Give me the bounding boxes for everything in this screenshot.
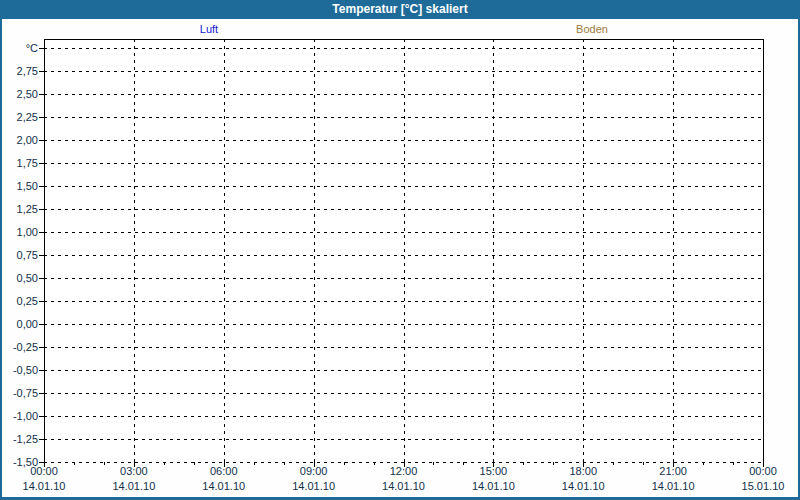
y-axis-tick-label: 0,75: [2, 249, 38, 261]
y-axis-tick-label: 1,00: [2, 226, 38, 238]
x-axis-time-label: 21:00: [637, 465, 709, 477]
x-axis-time-label: 06:00: [188, 465, 260, 477]
y-axis-tick-label: 2,00: [2, 134, 38, 146]
y-axis-tick-label: 1,25: [2, 203, 38, 215]
x-axis-time-label: 12:00: [368, 465, 440, 477]
x-axis-time-label: 00:00: [727, 465, 799, 477]
x-axis-date-label: 14.01.10: [547, 480, 619, 492]
x-axis-date-label: 14.01.10: [637, 480, 709, 492]
y-axis-tick-label: 0,00: [2, 318, 38, 330]
plot-background: [44, 39, 763, 462]
x-axis-date-label: 15.01.10: [727, 480, 799, 492]
y-axis-tick-label: 0,25: [2, 295, 38, 307]
y-axis-tick-label: -0,50: [2, 364, 38, 376]
y-axis-tick-label: -0,25: [2, 341, 38, 353]
y-axis-tick-label: 1,75: [2, 157, 38, 169]
y-axis-tick-label: -1,25: [2, 433, 38, 445]
y-axis-tick-label: 2,25: [2, 111, 38, 123]
y-axis-tick-label: 2,50: [2, 88, 38, 100]
x-axis-time-label: 03:00: [98, 465, 170, 477]
x-axis-time-label: 09:00: [278, 465, 350, 477]
x-axis-date-label: 14.01.10: [98, 480, 170, 492]
y-axis-tick-label: -0,75: [2, 387, 38, 399]
temperature-chart-plot-area: [2, 0, 798, 497]
x-axis-date-label: 14.01.10: [368, 480, 440, 492]
x-axis-date-label: 14.01.10: [188, 480, 260, 492]
y-axis-unit-label: °C: [2, 42, 38, 54]
app-window: Temperatur [°C] skaliert Luft Boden °C2,…: [0, 0, 800, 500]
x-axis-time-label: 15:00: [457, 465, 529, 477]
x-axis-date-label: 14.01.10: [457, 480, 529, 492]
x-axis-time-label: 18:00: [547, 465, 619, 477]
x-axis-date-label: 14.01.10: [8, 480, 80, 492]
y-axis-tick-label: -1,00: [2, 410, 38, 422]
x-axis-date-label: 14.01.10: [278, 480, 350, 492]
x-axis-time-label: 00:00: [8, 465, 80, 477]
y-axis-tick-label: 2,75: [2, 65, 38, 77]
y-axis-tick-label: 1,50: [2, 180, 38, 192]
y-axis-tick-label: 0,50: [2, 272, 38, 284]
